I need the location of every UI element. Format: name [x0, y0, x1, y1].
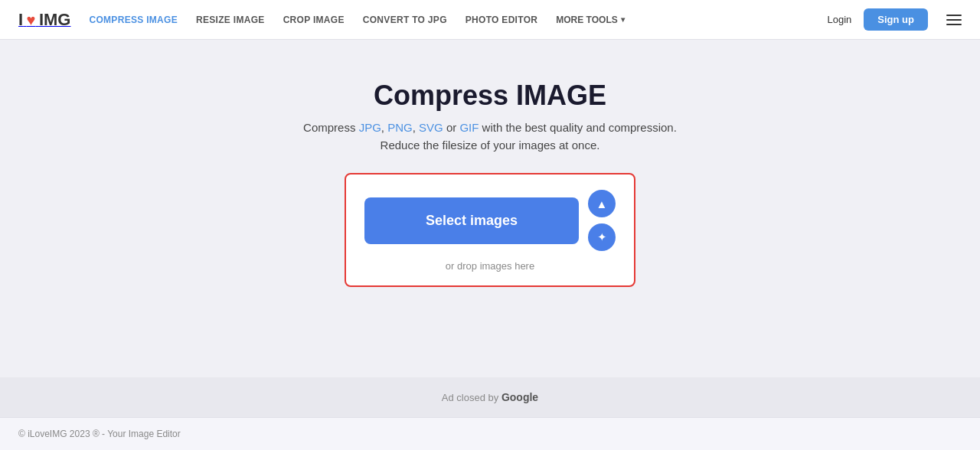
svg-link[interactable]: SVG	[419, 121, 443, 134]
footer: © iLoveIMG 2023 ® - Your Image Editor	[0, 417, 980, 450]
ad-text: Ad closed by	[442, 392, 501, 403]
icon-btns: ▲ ✦	[588, 190, 616, 251]
ad-bar: Ad closed by Google	[0, 377, 980, 417]
chevron-down-icon: ▾	[621, 15, 625, 24]
jpg-link[interactable]: JPG	[359, 121, 381, 134]
signup-button[interactable]: Sign up	[864, 8, 928, 31]
nav-photo-editor[interactable]: PHOTO EDITOR	[466, 15, 538, 25]
logo-heart-icon: ♥	[27, 11, 36, 28]
select-images-button[interactable]: Select images	[364, 197, 579, 244]
subtitle-prefix: Compress	[303, 121, 359, 134]
nav-resize-image[interactable]: RESIZE IMAGE	[196, 15, 265, 25]
subtitle-line1: Compress JPG, PNG, SVG or GIF with the b…	[303, 121, 677, 134]
hamburger-line-2	[946, 19, 962, 21]
subtitle-line2: Reduce the filesize of your images at on…	[381, 139, 600, 152]
nav-compress-image[interactable]: COMPRESS IMAGE	[89, 15, 178, 25]
upload-arrow-icon: ▲	[596, 197, 608, 210]
logo[interactable]: I ♥ IMG	[18, 10, 70, 30]
logo-img-text: IMG	[39, 10, 71, 29]
login-button[interactable]: Login	[828, 14, 852, 25]
hamburger-line-3	[946, 24, 962, 25]
nav-more-tools[interactable]: MORE TOOLS ▾	[556, 15, 624, 25]
google-drive-upload-button[interactable]: ▲	[588, 190, 616, 217]
subtitle-suffix: with the best quality and compression.	[479, 121, 676, 134]
hamburger-menu-button[interactable]	[946, 15, 962, 25]
page-title: Compress IMAGE	[374, 80, 606, 112]
drop-zone-text: or drop images here	[446, 260, 534, 272]
footer-text: © iLoveIMG 2023 ® - Your Image Editor	[18, 429, 181, 439]
google-brand: Google	[501, 391, 538, 403]
nav-crop-image[interactable]: CROP IMAGE	[283, 15, 345, 25]
png-link[interactable]: PNG	[387, 121, 413, 134]
dropbox-icon: ✦	[597, 230, 607, 244]
nav-right: Login Sign up	[828, 8, 962, 31]
nav-more-tools-label: MORE TOOLS	[556, 15, 617, 25]
comma1: ,	[381, 121, 387, 134]
navbar: I ♥ IMG COMPRESS IMAGE RESIZE IMAGE CROP…	[0, 0, 980, 40]
hamburger-line-1	[946, 15, 962, 16]
logo-i: I	[18, 10, 23, 29]
main-content: Compress IMAGE Compress JPG, PNG, SVG or…	[0, 40, 980, 377]
nav-convert-to-jpg[interactable]: CONVERT TO JPG	[363, 15, 447, 25]
upload-row: Select images ▲ ✦	[364, 190, 616, 251]
comma2: ,	[413, 121, 419, 134]
gif-link[interactable]: GIF	[459, 121, 479, 134]
dropbox-upload-button[interactable]: ✦	[588, 223, 616, 251]
upload-area[interactable]: Select images ▲ ✦ or drop images here	[345, 173, 635, 287]
or-text: or	[443, 121, 460, 134]
